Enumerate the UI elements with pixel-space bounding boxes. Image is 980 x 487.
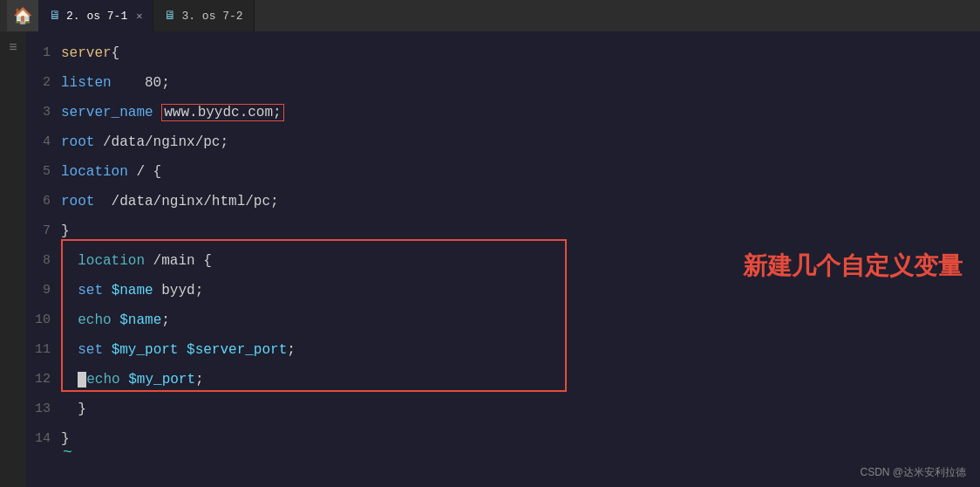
tab-os7-2[interactable]: 🖥 3. os 7-2 (153, 0, 254, 31)
watermark-text: CSDN @达米安利拉德 (860, 466, 966, 478)
line-num-11: 11 (26, 335, 61, 365)
code-panel[interactable]: 1 server{ 2 listen 80; 3 server_name www… (26, 31, 980, 487)
code-line-6: 6 root /data/nginx/html/pc; (26, 187, 980, 216)
home-icon: 🏠 (13, 6, 32, 25)
code-line-14: 14 } (26, 424, 980, 454)
line-content-9: set $name byyd; (61, 276, 203, 305)
line-content-3: server_name www.byydc.com; (61, 98, 284, 127)
line-num-3: 3 (26, 98, 61, 127)
line-num-5: 5 (26, 157, 61, 187)
line-content-4: root /data/nginx/pc; (61, 127, 228, 157)
line-num-13: 13 (26, 394, 61, 424)
line-content-7: } (61, 216, 70, 246)
line-num-9: 9 (26, 276, 61, 305)
tab-close-1[interactable]: ✕ (136, 10, 142, 23)
line-content-6: root /data/nginx/html/pc; (61, 187, 279, 216)
tab-label-2: 3. os 7-2 (181, 10, 242, 23)
tab-label-1: 2. os 7-1 (66, 10, 127, 23)
editor-area: ≡ 1 server{ 2 listen 80; 3 server_name w… (0, 31, 980, 487)
line-content-2: listen 80; (61, 68, 170, 98)
line-content-1: server{ (61, 38, 119, 68)
tilde-char: ~ (63, 443, 72, 461)
code-line-5: 5 location / { (26, 157, 980, 187)
line-num-2: 2 (26, 68, 61, 98)
line-num-4: 4 (26, 127, 61, 157)
line-num-14: 14 (26, 424, 61, 454)
line-content-11: set $my_port $server_port; (61, 335, 296, 365)
code-line-3: 3 server_name www.byydc.com; (26, 98, 980, 127)
line-content-5: location / { (61, 157, 161, 187)
code-line-1: 1 server{ (26, 38, 980, 68)
line-num-10: 10 (26, 305, 61, 335)
line-content-13: } (61, 394, 86, 424)
line-content-10: echo $name; (61, 305, 170, 335)
tab-home[interactable]: 🏠 (7, 0, 38, 31)
line-num-12: 12 (26, 365, 61, 394)
code-line-11: 11 set $my_port $server_port; (26, 335, 980, 365)
line-num-1: 1 (26, 38, 61, 68)
annotation-area: 新建几个自定义变量 (743, 250, 963, 283)
line-num-6: 6 (26, 187, 61, 216)
line-num-7: 7 (26, 216, 61, 246)
code-line-13: 13 } (26, 394, 980, 424)
window-container: 🏠 🖥 2. os 7-1 ✕ 🖥 3. os 7-2 ≡ 1 server{ (0, 0, 980, 487)
tab-os7-1[interactable]: 🖥 2. os 7-1 ✕ (38, 0, 153, 31)
monitor-icon-1: 🖥 (49, 9, 61, 23)
sidebar-icon-1: ≡ (9, 40, 17, 56)
watermark: CSDN @达米安利拉德 (860, 465, 966, 480)
code-line-7: 7 } (26, 216, 980, 246)
left-sidebar: ≡ (0, 31, 26, 487)
code-line-12: 12 echo $my_port; (26, 365, 980, 394)
line-num-8: 8 (26, 246, 61, 276)
line-content-8: location /main { (61, 246, 212, 276)
tab-bar: 🏠 🖥 2. os 7-1 ✕ 🖥 3. os 7-2 (0, 0, 980, 31)
code-line-2: 2 listen 80; (26, 68, 980, 98)
code-line-10: 10 echo $name; (26, 305, 980, 335)
monitor-icon-2: 🖥 (164, 9, 176, 23)
code-line-4: 4 root /data/nginx/pc; (26, 127, 980, 157)
annotation-text: 新建几个自定义变量 (743, 250, 963, 283)
line-content-12: echo $my_port; (61, 365, 204, 394)
